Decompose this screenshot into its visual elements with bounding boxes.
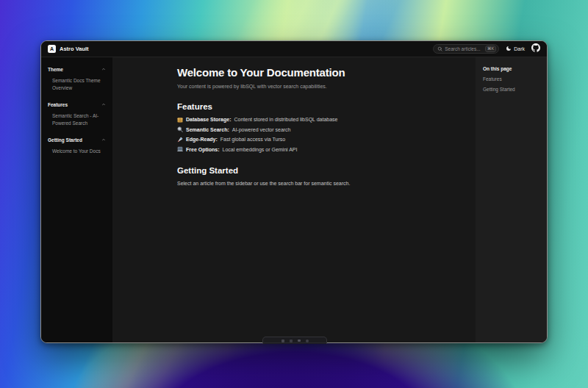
package-emoji-icon	[177, 117, 183, 123]
feature-desc: AI-powered vector search	[232, 126, 291, 133]
list-item: Free Options: Local embeddings or Gemini…	[177, 146, 458, 153]
github-link[interactable]	[531, 43, 540, 54]
feature-term: Free Options:	[186, 146, 220, 153]
moon-icon	[506, 46, 512, 52]
sidebar-item-semantic-search[interactable]: Semantic Search - AI-Powered Search	[48, 112, 106, 127]
sidebar-nav: Theme Semantic Docs Theme Overview Featu…	[41, 57, 112, 342]
features-heading: Features	[177, 102, 458, 111]
feature-desc: Content stored in distributed libSQL dat…	[234, 116, 337, 123]
app-title: Astro Vault	[60, 46, 89, 52]
chevron-up-icon	[101, 102, 106, 107]
theme-toggle-label: Dark	[514, 46, 525, 51]
theme-toggle-button[interactable]: Dark	[506, 46, 525, 52]
search-icon	[437, 46, 442, 51]
toc-title: On this page	[483, 66, 539, 71]
feature-desc: Fast global access via Turso	[220, 136, 285, 143]
sidebar-section-header-theme[interactable]: Theme	[48, 67, 106, 72]
rocket-emoji-icon	[177, 137, 183, 143]
feature-term: Semantic Search:	[186, 126, 229, 133]
search-shortcut-badge: ⌘K	[485, 46, 496, 53]
chevron-up-icon	[101, 137, 106, 143]
toc-link-features[interactable]: Features	[483, 76, 539, 82]
page-title: Welcome to Your Documentation	[177, 66, 458, 79]
chevron-up-icon	[101, 67, 106, 72]
sidebar-section-theme: Theme Semantic Docs Theme Overview	[48, 67, 106, 92]
dock-app-icon[interactable]	[298, 340, 301, 342]
feature-desc: Local embeddings or Gemini API	[223, 146, 298, 153]
page-subtitle: Your content is powered by libSQL with v…	[177, 84, 458, 89]
sidebar-section-label: Getting Started	[48, 137, 82, 143]
on-this-page-panel: On this page Features Getting Started	[476, 57, 547, 342]
sidebar-item-semantic-docs-theme-overview[interactable]: Semantic Docs Theme Overview	[48, 77, 106, 92]
magnifier-emoji-icon	[177, 126, 183, 132]
sidebar-section-header-features[interactable]: Features	[48, 102, 106, 107]
dock-peek[interactable]	[262, 337, 327, 344]
dock-app-icon[interactable]	[282, 340, 284, 342]
dock-app-icon[interactable]	[290, 340, 293, 342]
sidebar-section-label: Features	[48, 102, 68, 107]
sidebar-section-getting-started: Getting Started Welcome to Your Docs	[48, 137, 106, 155]
feature-term: Edge-Ready:	[186, 136, 218, 143]
app-logo: A	[48, 45, 56, 53]
feature-term: Database Storage:	[186, 116, 231, 123]
top-navbar: A Astro Vault ⌘K Dark	[41, 41, 547, 57]
list-item: Database Storage: Content stored in dist…	[177, 116, 458, 123]
brand-home-link[interactable]: A Astro Vault	[48, 45, 89, 53]
sidebar-section-label: Theme	[48, 67, 63, 72]
laptop-emoji-icon	[177, 146, 183, 152]
toc-link-getting-started[interactable]: Getting Started	[483, 87, 539, 92]
window-body: Theme Semantic Docs Theme Overview Featu…	[41, 57, 547, 342]
search-input[interactable]	[445, 46, 483, 51]
github-icon	[531, 43, 540, 54]
features-list: Database Storage: Content stored in dist…	[177, 116, 458, 153]
getting-started-text: Select an article from the sidebar or us…	[177, 181, 458, 186]
app-window: A Astro Vault ⌘K Dark	[40, 40, 548, 343]
sidebar-section-header-getting-started[interactable]: Getting Started	[48, 137, 106, 143]
search-box[interactable]: ⌘K	[433, 44, 499, 54]
list-item: Edge-Ready: Fast global access via Turso	[177, 136, 458, 143]
main-content: Welcome to Your Documentation Your conte…	[112, 57, 476, 342]
sidebar-item-welcome-to-your-docs[interactable]: Welcome to Your Docs	[48, 148, 106, 155]
dock-app-icon[interactable]	[306, 340, 309, 342]
list-item: Semantic Search: AI-powered vector searc…	[177, 126, 458, 133]
getting-started-heading: Getting Started	[177, 166, 458, 175]
sidebar-section-features: Features Semantic Search - AI-Powered Se…	[48, 102, 106, 127]
